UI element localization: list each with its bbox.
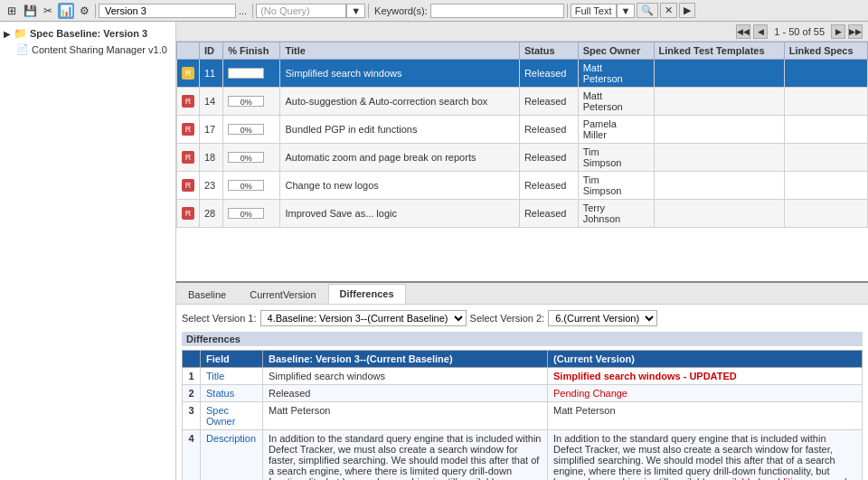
toolbar-icon-chart[interactable]: 📊 [58, 3, 74, 19]
cell-title[interactable]: Bundled PGP in edit functions [280, 116, 519, 144]
version2-select[interactable]: 6.(Current Version) [548, 310, 657, 326]
diff-header-row: Field Baseline: Version 3--(Current Base… [183, 351, 863, 368]
spec-type-icon: R [182, 207, 194, 220]
row-icon: R [177, 172, 200, 200]
diff-num: 3 [183, 402, 201, 430]
toolbar-icon-settings[interactable]: ⚙ [76, 3, 92, 19]
toolbar-divider-1 [95, 4, 96, 18]
diff-row: 4 Description In addition to the standar… [183, 430, 863, 481]
cell-linked-specs [784, 116, 867, 144]
first-page-btn[interactable]: ◀◀ [736, 24, 750, 39]
cell-title[interactable]: Improved Save as... logic [280, 200, 519, 228]
cell-title[interactable]: Change to new logos [280, 172, 519, 200]
cell-status: Released [519, 144, 578, 172]
bottom-section: Baseline CurrentVersion Differences Sele… [176, 281, 868, 480]
spec-type-icon: R [182, 95, 194, 108]
toolbar-icon-1[interactable]: ⊞ [4, 3, 20, 19]
diff-section-title: Differences [182, 332, 863, 346]
tab-baseline[interactable]: Baseline [176, 285, 238, 304]
nav-button[interactable]: ▶ [679, 3, 695, 18]
tab-differences[interactable]: Differences [328, 284, 406, 304]
cell-id: 17 [200, 116, 223, 144]
tree-child[interactable]: 📄 Content Sharing Manager v1.0 [4, 42, 172, 57]
cell-linked-templates [654, 60, 784, 88]
clear-search-button[interactable]: ✕ [660, 3, 677, 18]
table-row[interactable]: R 18 0% Automatic zoom and page break on… [177, 144, 868, 172]
cell-linked-templates [654, 200, 784, 228]
tree-root[interactable]: ▶ 📁 Spec Baseline: Version 3 [4, 25, 172, 42]
diff-col-baseline: Baseline: Version 3--(Current Baseline) [263, 351, 548, 368]
right-panel: ◀◀ ◀ 1 - 50 of 55 ▶ ▶▶ ID % Finish Title… [176, 22, 868, 480]
pct-bar: 0% [228, 152, 264, 163]
col-pct[interactable]: % Finish [223, 42, 280, 60]
diff-body: 1 Title Simplified search windows Simpli… [183, 368, 863, 481]
col-title[interactable]: Title [280, 42, 519, 60]
tab-current-version[interactable]: CurrentVersion [238, 285, 327, 304]
select-v1-label: Select Version 1: [182, 313, 257, 324]
cell-id: 28 [200, 200, 223, 228]
row-icon: R [177, 88, 200, 116]
query-selector[interactable]: (No Query) [256, 4, 346, 18]
diff-col-current: (Current Version) [548, 351, 863, 368]
toolbar-more-btn[interactable]: ... [239, 5, 247, 16]
col-icon [177, 42, 200, 60]
col-linked-templates[interactable]: Linked Test Templates [654, 42, 784, 60]
col-owner[interactable]: Spec Owner [578, 42, 654, 60]
spec-type-icon: R [182, 123, 194, 136]
diff-current-value: Pending Change [548, 385, 863, 402]
table-row[interactable]: R 11 0% Simplified search windows Releas… [177, 60, 868, 88]
cell-id: 18 [200, 144, 223, 172]
table-row[interactable]: R 14 0% Auto-suggestion & Auto-correctio… [177, 88, 868, 116]
page-info: 1 - 50 of 55 [774, 26, 825, 37]
table-row[interactable]: R 28 0% Improved Save as... logic Releas… [177, 200, 868, 228]
keyword-input[interactable] [430, 4, 564, 18]
version-input[interactable] [99, 4, 236, 18]
spec-type-icon: R [182, 179, 194, 192]
spec-table: ID % Finish Title Status Spec Owner Link… [176, 42, 868, 228]
diff-row: 2 Status Released Pending Change [183, 385, 863, 402]
search-button[interactable]: 🔍 [637, 3, 658, 18]
tree-doc-icon: 📄 [16, 43, 29, 55]
cell-title[interactable]: Simplified search windows [280, 60, 519, 88]
cell-owner: TimSimpson [578, 144, 654, 172]
cell-linked-templates [654, 144, 784, 172]
version1-select[interactable]: 4.Baseline: Version 3--(Current Baseline… [260, 310, 467, 326]
col-linked-specs[interactable]: Linked Specs [784, 42, 867, 60]
table-row[interactable]: R 23 0% Change to new logos Released Tim… [177, 172, 868, 200]
cell-pct: 0% [223, 144, 280, 172]
spec-type-icon: R [182, 67, 194, 80]
cell-pct: 0% [223, 172, 280, 200]
diff-current-value: Matt Peterson [548, 402, 863, 430]
current-value: Pending Change [553, 388, 627, 399]
table-row[interactable]: R 17 0% Bundled PGP in edit functions Re… [177, 116, 868, 144]
diff-col-num [183, 351, 201, 368]
cell-linked-specs [784, 60, 867, 88]
toolbar-divider-2 [252, 4, 253, 18]
cell-title[interactable]: Automatic zoom and page break on reports [280, 144, 519, 172]
cell-pct: 0% [223, 200, 280, 228]
cell-linked-templates [654, 116, 784, 144]
cell-status: Released [519, 172, 578, 200]
fulltext-selector[interactable]: Full Text [571, 4, 617, 18]
cell-title[interactable]: Auto-suggestion & Auto-correction search… [280, 88, 519, 116]
diff-row: 1 Title Simplified search windows Simpli… [183, 368, 863, 385]
cell-owner: MattPeterson [578, 60, 654, 88]
diff-num: 1 [183, 368, 201, 385]
query-dropdown-btn[interactable]: ▼ [346, 4, 365, 18]
toolbar-icon-3[interactable]: ✂ [40, 3, 56, 19]
cell-status: Released [519, 116, 578, 144]
fulltext-dropdown-btn[interactable]: ▼ [617, 4, 636, 18]
pct-bar: 0% [228, 68, 264, 79]
cell-owner: PamelaMiller [578, 116, 654, 144]
prev-page-btn[interactable]: ◀ [753, 24, 768, 39]
last-page-btn[interactable]: ▶▶ [848, 24, 863, 39]
col-id[interactable]: ID [200, 42, 223, 60]
row-icon: R [177, 60, 200, 88]
col-status[interactable]: Status [519, 42, 578, 60]
cell-status: Released [519, 60, 578, 88]
diff-table: Field Baseline: Version 3--(Current Base… [182, 350, 863, 480]
toolbar-divider-3 [368, 4, 369, 18]
cell-id: 14 [200, 88, 223, 116]
next-page-btn[interactable]: ▶ [831, 24, 845, 39]
toolbar-icon-2[interactable]: 💾 [22, 3, 38, 19]
